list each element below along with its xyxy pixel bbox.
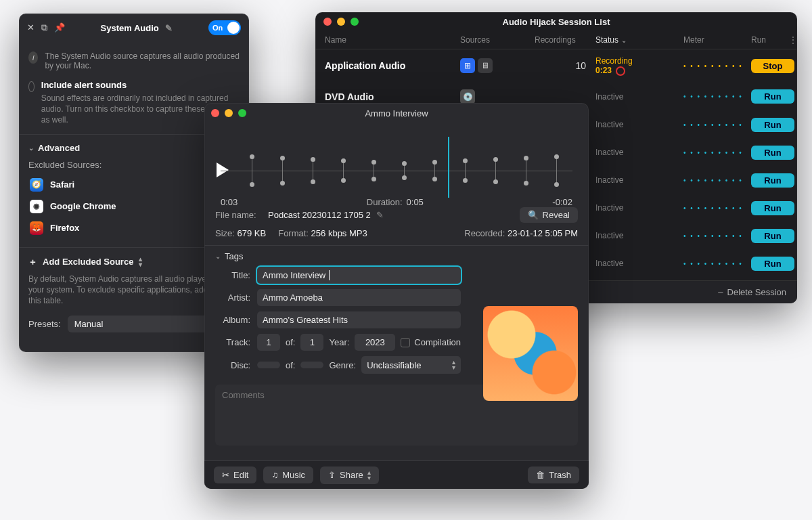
- filename-value[interactable]: Podcast 20230112 1705 2: [268, 210, 371, 220]
- session-row[interactable]: Application Audio⊞🖥10Recording0:23• • • …: [315, 49, 797, 83]
- presets-label: Presets:: [28, 319, 61, 329]
- artist-field[interactable]: Ammo Amoeba: [257, 289, 461, 306]
- share-button[interactable]: ⇧Share▴▾: [320, 467, 379, 484]
- edit-icon[interactable]: ✎: [165, 23, 173, 33]
- zoom-icon[interactable]: [351, 18, 359, 26]
- col-sources[interactable]: Sources: [460, 35, 535, 45]
- delete-session-button[interactable]: Delete Session: [727, 287, 786, 297]
- display-icon: 🖥: [478, 58, 493, 73]
- session-sources: ⊞🖥: [460, 58, 535, 73]
- safari-icon: 🧭: [30, 178, 43, 192]
- close-icon[interactable]: ✕: [27, 22, 35, 33]
- info-icon: i: [28, 51, 38, 64]
- session-status: Inactive: [595, 175, 683, 185]
- zoom-icon[interactable]: [238, 109, 246, 117]
- minus-icon[interactable]: –: [718, 287, 723, 297]
- pin-icon[interactable]: 📌: [54, 22, 65, 33]
- inspector-titlebar[interactable]: Ammo Interview: [204, 103, 589, 123]
- stepper-icon: ▴▾: [452, 360, 455, 370]
- traffic-lights[interactable]: [323, 18, 359, 26]
- session-name: DVD Audio: [325, 91, 460, 102]
- window-title: Audio Hijack Session List: [503, 17, 610, 27]
- stop-button[interactable]: Stop: [751, 59, 794, 73]
- minimize-icon[interactable]: [337, 18, 345, 26]
- run-button[interactable]: Run: [751, 229, 794, 243]
- level-meter: • • • • • • • • •: [683, 62, 751, 70]
- run-button[interactable]: Run: [751, 89, 794, 104]
- session-status: Inactive: [595, 120, 683, 129]
- session-status: Inactive: [595, 203, 683, 213]
- minimize-icon[interactable]: [225, 109, 233, 117]
- filename-label: File name:: [215, 210, 263, 220]
- disc-icon: 💿: [460, 89, 475, 104]
- size-value: 679 KB: [238, 228, 267, 238]
- session-sources: 💿: [460, 89, 535, 104]
- disc-field[interactable]: [257, 362, 280, 368]
- edit-icon[interactable]: ✎: [376, 210, 384, 220]
- scissors-icon: ✂: [222, 470, 229, 480]
- share-icon: ⇧: [328, 470, 336, 480]
- plus-icon: ＋: [28, 256, 37, 268]
- recordings-count: 10: [535, 60, 595, 71]
- title-field[interactable]: Ammo Interview: [257, 267, 461, 284]
- level-meter: • • • • • • • • •: [683, 177, 751, 184]
- info-text: The System Audio source captures all aud…: [45, 51, 240, 70]
- format-value: 256 kbps MP3: [311, 228, 367, 238]
- capture-toggle[interactable]: On: [208, 20, 241, 35]
- popout-icon[interactable]: ⧉: [41, 22, 47, 33]
- chevron-down-icon: ⌄: [28, 144, 34, 152]
- playhead[interactable]: [448, 137, 449, 198]
- trash-icon: 🗑: [536, 470, 545, 480]
- panel-title: System Audio: [101, 23, 159, 33]
- album-field[interactable]: Ammo's Greatest Hits: [257, 311, 461, 328]
- track-field[interactable]: 1: [257, 334, 280, 351]
- col-name[interactable]: Name: [325, 35, 460, 45]
- run-button[interactable]: Run: [751, 201, 794, 215]
- app-icon: ⊞: [460, 58, 475, 73]
- edit-button[interactable]: ✂Edit: [214, 467, 256, 483]
- close-icon[interactable]: [323, 18, 332, 26]
- run-button[interactable]: Run: [751, 257, 794, 271]
- run-button[interactable]: Run: [751, 173, 794, 188]
- disc-of-field[interactable]: [300, 362, 323, 368]
- stepper-icon: ▴▾: [367, 470, 371, 481]
- traffic-lights[interactable]: [211, 109, 246, 117]
- tags-disclosure[interactable]: ⌄ Tags: [204, 245, 589, 264]
- music-button[interactable]: ♫Music: [263, 467, 313, 483]
- session-status: Inactive: [595, 148, 683, 157]
- columns-menu-icon[interactable]: ⋮⋮: [789, 35, 797, 45]
- session-status: Inactive: [595, 92, 683, 102]
- genre-select[interactable]: Unclassifiable ▴▾: [361, 356, 461, 374]
- stepper-icon: ▴▾: [139, 257, 142, 267]
- level-meter: • • • • • • • • •: [683, 121, 751, 129]
- trash-button[interactable]: 🗑Trash: [528, 467, 579, 483]
- duration-value: 0:05: [407, 197, 424, 207]
- col-recordings[interactable]: Recordings: [535, 35, 595, 45]
- reveal-button[interactable]: 🔍 Reveal: [520, 207, 578, 223]
- session-name: Application Audio: [325, 60, 460, 71]
- session-status: Inactive: [595, 231, 683, 240]
- year-field[interactable]: 2023: [355, 334, 395, 351]
- album-art[interactable]: [483, 306, 578, 401]
- track-of-field[interactable]: 1: [300, 334, 323, 351]
- level-meter: • • • • • • • • •: [683, 260, 751, 267]
- record-indicator-icon: [616, 66, 625, 76]
- waveform[interactable]: 0:03 Duration: 0:05 -0:02: [204, 123, 589, 204]
- chevron-down-icon: ⌄: [621, 37, 627, 44]
- inspector-title: Ammo Interview: [365, 108, 428, 118]
- play-button[interactable]: [217, 162, 229, 177]
- col-run[interactable]: Run: [751, 35, 766, 45]
- chevron-down-icon: ⌄: [215, 253, 221, 260]
- col-status[interactable]: Status⌄: [595, 35, 683, 45]
- close-icon[interactable]: [211, 109, 219, 117]
- run-button[interactable]: Run: [751, 118, 794, 132]
- include-alerts-checkbox[interactable]: [28, 81, 35, 92]
- session-list-headers: Name Sources Recordings Status⌄ Meter Ru…: [315, 31, 797, 49]
- col-meter[interactable]: Meter: [683, 35, 751, 45]
- chrome-icon: ◉: [30, 200, 43, 213]
- session-list-titlebar[interactable]: Audio Hijack Session List: [315, 12, 797, 31]
- run-button[interactable]: Run: [751, 146, 794, 160]
- time-remaining: -0:02: [552, 197, 572, 207]
- level-meter: • • • • • • • • •: [683, 149, 751, 156]
- compilation-checkbox[interactable]: Compilation: [401, 337, 461, 347]
